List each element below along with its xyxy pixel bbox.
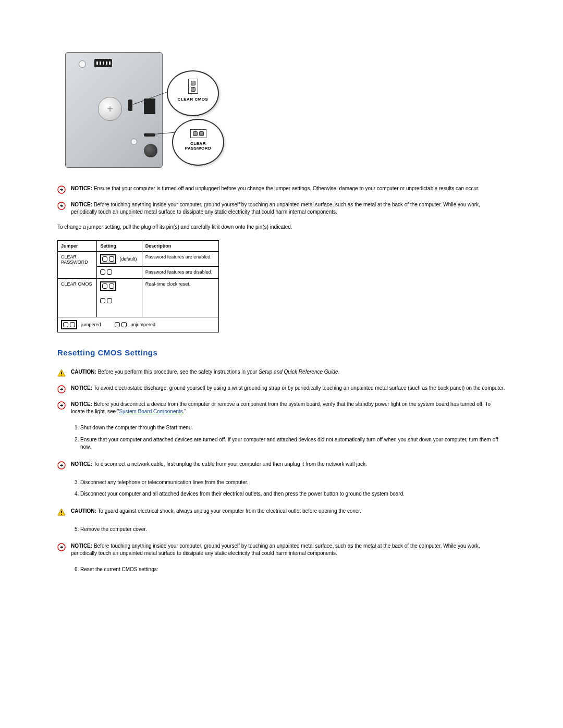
step-item: Ensure that your computer and attached d…: [80, 434, 506, 453]
unjumpered-icon: [115, 322, 127, 327]
step-item: Remove the computer cover.: [80, 524, 506, 536]
callout-label-line1: CLEAR: [173, 141, 223, 146]
step-item: Shut down the computer through the Start…: [80, 422, 506, 434]
section-heading: Resetting CMOS Settings: [57, 348, 506, 357]
notice-row: NOTICE: Ensure that your computer is tur…: [57, 185, 506, 194]
jumper-name: CLEAR CMOS: [58, 279, 97, 317]
step-item: Reset the current CMOS settings:: [80, 564, 506, 576]
caution-row: CAUTION: To guard against electrical sho…: [57, 508, 506, 516]
notice-label: NOTICE:: [71, 385, 92, 391]
notice-row: NOTICE: To disconnect a network cable, f…: [57, 461, 506, 470]
notice-label: NOTICE:: [71, 543, 92, 549]
caution-row: CAUTION: Before you perform this procedu…: [57, 368, 506, 377]
guide-title: Setup and Quick Reference Guide: [259, 369, 338, 375]
notice-label: NOTICE:: [71, 461, 92, 467]
jumper-description: Password features are enabled.: [142, 252, 218, 267]
notice-row: NOTICE: Before you disconnect a device f…: [57, 401, 506, 415]
notice-icon: [57, 401, 66, 410]
notice-icon: [57, 461, 66, 470]
notice-icon: [57, 186, 66, 194]
notice-text: To avoid electrostatic discharge, ground…: [92, 385, 505, 391]
notice-row: NOTICE: To avoid electrostatic discharge…: [57, 385, 506, 393]
unjumpered-icon: [100, 298, 112, 303]
notice-label: NOTICE:: [71, 186, 92, 191]
callout-clear-cmos: CLEAR CMOS: [167, 70, 219, 116]
notice-text: Before touching anything inside your com…: [71, 543, 480, 556]
legend-label: jumpered: [81, 322, 101, 327]
notice-label: NOTICE:: [71, 401, 92, 407]
jumper-name-line1: CLEAR: [61, 254, 77, 260]
notice-text: Before touching anything inside your com…: [71, 202, 480, 215]
procedure-steps: Reset the current CMOS settings:: [57, 564, 506, 576]
caution-icon: [57, 508, 66, 516]
caution-icon: [57, 369, 66, 377]
unjumpered-icon: [100, 269, 112, 275]
jumper-name-line2: PASSWORD: [61, 260, 88, 265]
jumper-description: Password features are disabled.: [142, 267, 218, 279]
system-board-components-link[interactable]: System Board Components: [119, 409, 183, 414]
callout-label-line2: PASSWORD: [173, 146, 223, 151]
procedure-steps: Shut down the computer through the Start…: [57, 422, 506, 453]
jumpered-icon: [100, 281, 116, 291]
jumper-settings-table: Jumper Setting Description CLEAR PASSWOR…: [57, 240, 219, 332]
system-board: +: [65, 52, 163, 168]
notice-text: To disconnect a network cable, first unp…: [92, 461, 367, 467]
notice-icon: [57, 202, 66, 210]
table-header: Jumper: [58, 241, 97, 252]
notice-row: NOTICE: Before touching anything inside …: [57, 542, 506, 557]
step-item: Disconnect your computer and all attache…: [80, 488, 506, 500]
notice-label: NOTICE:: [71, 202, 92, 207]
procedure-steps: Disconnect any telephone or telecommunic…: [57, 477, 506, 500]
notice-row: NOTICE: Before touching anything inside …: [57, 201, 506, 215]
caution-text: Before you perform this procedure, see t…: [96, 369, 259, 375]
notice-icon: [57, 543, 66, 551]
notice-text: Ensure that your computer is turned off …: [92, 186, 479, 191]
callout-clear-password: CLEAR PASSWORD: [172, 119, 224, 166]
intro-paragraph: To change a jumper setting, pull the plu…: [57, 224, 506, 231]
board-jumper-diagram: + CLEAR CMOS CLEAR PASSWORD: [65, 52, 222, 169]
caution-label: CAUTION:: [71, 369, 96, 375]
caution-text: To guard against electrical shock, alway…: [96, 508, 361, 514]
legend-label: unjumpered: [131, 322, 156, 327]
notice-icon: [57, 385, 66, 393]
procedure-steps: Remove the computer cover.: [57, 524, 506, 536]
caution-label: CAUTION:: [71, 508, 96, 514]
callout-label: CLEAR CMOS: [168, 97, 218, 102]
jumpered-icon: [100, 254, 116, 264]
table-header: Description: [142, 241, 218, 252]
step-item: Disconnect any telephone or telecommunic…: [80, 477, 506, 489]
jumpered-icon: [61, 320, 77, 329]
default-label: (default): [119, 256, 137, 262]
jumper-description: Real-time clock reset.: [142, 279, 218, 317]
table-header: Setting: [97, 241, 142, 252]
